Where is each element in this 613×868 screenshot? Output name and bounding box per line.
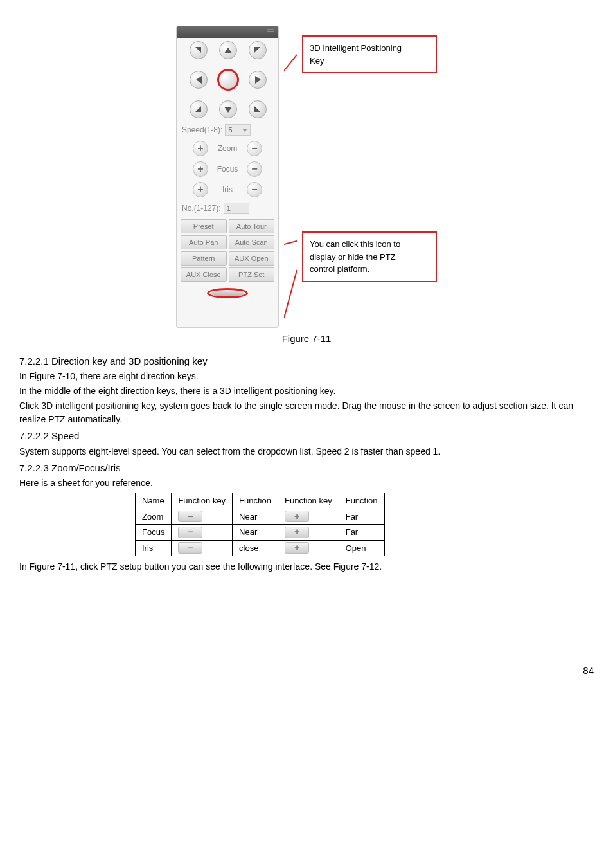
auto-pan-button[interactable]: Auto Pan: [181, 235, 227, 249]
focus-row: + Focus −: [177, 159, 278, 179]
dir-right-button[interactable]: [249, 71, 267, 89]
arrow-down-icon: [224, 107, 232, 113]
speed-value: 5: [228, 125, 232, 136]
body-text: In Figure 7-10, there are eight directio…: [19, 370, 594, 383]
auto-scan-button[interactable]: Auto Scan: [229, 235, 275, 249]
arrow-icon: [195, 47, 202, 53]
plus-key-icon: +: [285, 511, 309, 522]
callouts: 3D Intelligent Positioning Key You can c…: [302, 26, 437, 328]
zoom-row: + Zoom −: [177, 138, 278, 159]
dir-left-button[interactable]: [190, 71, 208, 89]
table-row: Zoom − Near + Far: [136, 509, 385, 525]
cell-key: +: [278, 540, 339, 556]
cell-name: Iris: [136, 540, 172, 556]
svg-line-2: [284, 270, 297, 318]
plus-key-icon: +: [285, 542, 309, 554]
ptz-titlebar[interactable]: [177, 26, 278, 38]
table-row: Iris − close + Open: [136, 540, 385, 556]
page-number: 84: [19, 664, 594, 678]
no-label: No.(1-127):: [182, 203, 221, 214]
table-row: Focus − Near + Far: [136, 525, 385, 541]
dir-up-left-button[interactable]: [190, 41, 208, 59]
col-name: Name: [136, 493, 172, 509]
speed-row: Speed(1-8): 5: [177, 122, 278, 138]
dir-down-left-button[interactable]: [190, 100, 208, 118]
cell-key: +: [278, 509, 339, 525]
body-text: System supports eight-level speed. You c…: [19, 445, 594, 458]
chevron-down-icon: [242, 129, 247, 132]
aux-open-button[interactable]: AUX Open: [229, 251, 275, 266]
dir-down-right-button[interactable]: [249, 100, 267, 118]
collapse-toggle[interactable]: [207, 288, 248, 298]
cell-fn: Far: [339, 525, 384, 541]
callout-line: display or hide the PTZ: [310, 251, 429, 264]
minus-key-icon: −: [178, 542, 202, 554]
pattern-button[interactable]: Pattern: [181, 251, 227, 266]
cell-key: +: [278, 525, 339, 541]
focus-label: Focus: [215, 163, 240, 175]
speed-select[interactable]: 5: [225, 124, 251, 136]
iris-label: Iris: [215, 184, 240, 195]
iris-row: + Iris −: [177, 179, 278, 200]
col-fnkey2: Function key: [278, 493, 339, 509]
zoom-plus-button[interactable]: +: [193, 141, 208, 156]
col-fn: Function: [233, 493, 278, 509]
focus-minus-button[interactable]: −: [247, 161, 262, 177]
preset-button[interactable]: Preset: [181, 219, 227, 233]
grip-icon: [267, 29, 274, 35]
no-row: No.(1-127): 1: [177, 200, 278, 217]
cell-name: Focus: [136, 525, 172, 541]
body-text: Here is a sheet for you reference.: [19, 476, 594, 490]
cell-fn: Near: [233, 509, 278, 525]
arrow-icon: [254, 47, 261, 53]
no-value: 1: [227, 203, 231, 214]
callout-line: Key: [310, 55, 429, 68]
3d-positioning-button[interactable]: [217, 69, 239, 91]
arrow-icon: [195, 106, 202, 113]
body-text: In Figure 7-11, click PTZ setup button y…: [19, 560, 594, 574]
dir-up-right-button[interactable]: [249, 41, 267, 59]
svg-line-1: [284, 241, 297, 244]
no-input[interactable]: 1: [224, 203, 249, 214]
table-row: Name Function key Function Function key …: [136, 493, 385, 509]
dir-up-button[interactable]: [219, 41, 237, 59]
zoom-minus-button[interactable]: −: [247, 141, 262, 156]
cell-fn: Near: [233, 525, 278, 541]
focus-plus-button[interactable]: +: [193, 161, 208, 177]
callout-connectors: [284, 26, 297, 328]
svg-line-0: [284, 55, 297, 71]
callout-line: 3D Intelligent Positioning: [310, 42, 429, 55]
plus-key-icon: +: [285, 527, 309, 538]
auto-tour-button[interactable]: Auto Tour: [229, 219, 275, 233]
iris-minus-button[interactable]: −: [247, 182, 262, 197]
reference-table: Name Function key Function Function key …: [135, 493, 385, 556]
preset-grid: Preset Auto Tour Auto Pan Auto Scan Patt…: [177, 217, 278, 285]
ptz-panel: Speed(1-8): 5 + Zoom − + Focus − + Iris …: [176, 26, 279, 328]
iris-plus-button[interactable]: +: [193, 182, 208, 197]
collapse-icon: [211, 291, 244, 296]
callout-3d-key: 3D Intelligent Positioning Key: [302, 35, 437, 73]
figure-caption: Figure 7-11: [19, 332, 594, 347]
speed-label: Speed(1-8):: [182, 124, 222, 136]
cell-key: −: [172, 540, 233, 556]
aux-close-button[interactable]: AUX Close: [181, 267, 227, 282]
arrow-up-icon: [224, 48, 232, 53]
callout-line: You can click this icon to: [310, 238, 429, 251]
body-text: Click 3D intelligent positioning key, sy…: [19, 399, 594, 426]
cell-fn: Far: [339, 509, 384, 525]
callout-line: control platform.: [310, 263, 429, 276]
figure-area: Speed(1-8): 5 + Zoom − + Focus − + Iris …: [19, 26, 594, 328]
cell-key: −: [172, 509, 233, 525]
cell-fn: close: [233, 540, 278, 556]
cell-key: −: [172, 525, 233, 541]
arrow-left-icon: [196, 76, 202, 84]
minus-key-icon: −: [178, 527, 202, 538]
arrow-icon: [254, 106, 261, 113]
dir-down-button[interactable]: [219, 100, 237, 118]
direction-pad: [177, 38, 279, 122]
ptz-set-button[interactable]: PTZ Set: [229, 267, 275, 282]
section-heading: 7.2.2.3 Zoom/Focus/Iris: [19, 461, 594, 476]
col-fnkey: Function key: [172, 493, 233, 509]
zoom-label: Zoom: [215, 143, 240, 154]
minus-key-icon: −: [178, 511, 202, 522]
